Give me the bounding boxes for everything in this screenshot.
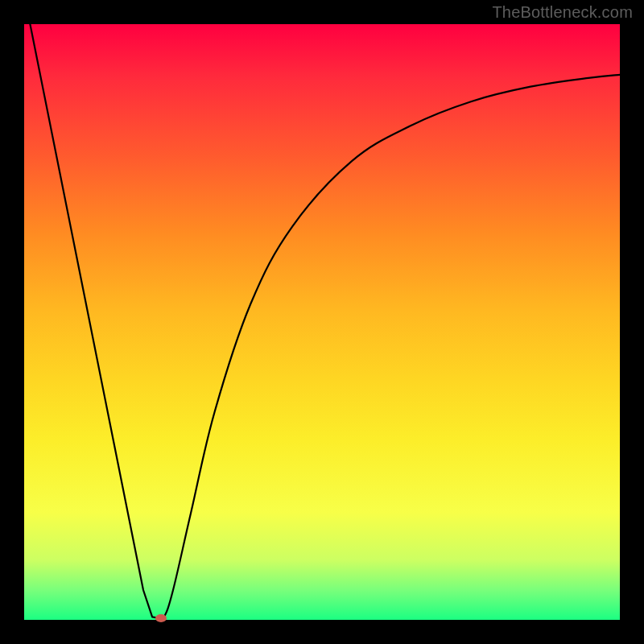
optimum-marker xyxy=(155,614,167,622)
watermark-text: TheBottleneck.com xyxy=(492,3,633,22)
bottleneck-curve xyxy=(24,24,620,620)
plot-area xyxy=(24,24,620,620)
chart-frame: TheBottleneck.com xyxy=(0,0,644,644)
